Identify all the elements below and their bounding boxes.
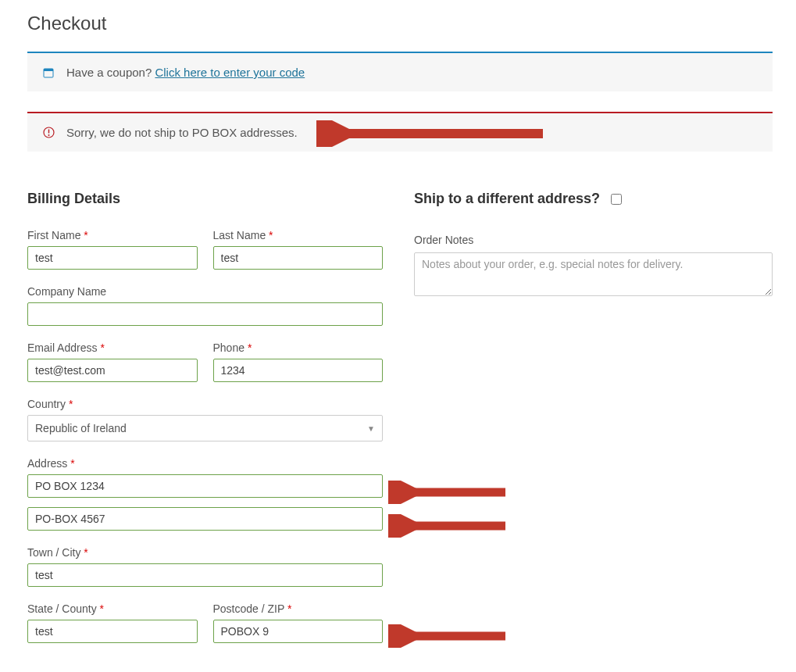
error-message: Sorry, we do not ship to PO BOX addresse… [66, 126, 298, 139]
address-line2-input[interactable] [27, 507, 383, 531]
ship-different-checkbox[interactable] [611, 194, 622, 205]
calendar-icon [43, 67, 55, 78]
error-notice: Sorry, we do not ship to PO BOX addresse… [27, 112, 773, 152]
phone-input[interactable] [213, 359, 384, 382]
svg-rect-1 [44, 69, 53, 71]
postcode-input[interactable] [213, 620, 384, 643]
coupon-notice: Have a coupon? Click here to enter your … [27, 52, 773, 91]
coupon-link[interactable]: Click here to enter your code [155, 66, 305, 79]
billing-heading: Billing Details [27, 191, 383, 207]
address-line1-input[interactable] [27, 474, 383, 498]
svg-point-4 [48, 134, 50, 136]
ship-different-heading: Ship to a different address? [414, 191, 600, 207]
phone-label: Phone * [213, 341, 384, 354]
state-input[interactable] [27, 620, 198, 643]
page-title: Checkout [27, 13, 773, 34]
coupon-prompt: Have a coupon? [66, 66, 155, 79]
error-icon [43, 127, 55, 138]
chevron-down-icon: ▼ [367, 424, 375, 433]
postcode-label: Postcode / ZIP * [213, 602, 384, 615]
country-select[interactable]: Republic of Ireland ▼ [27, 415, 383, 441]
city-label: Town / City * [27, 546, 383, 559]
last-name-input[interactable] [213, 246, 384, 270]
annotation-arrow-icon [316, 120, 551, 147]
coupon-notice-text: Have a coupon? Click here to enter your … [66, 66, 305, 79]
city-input[interactable] [27, 563, 383, 587]
country-label: Country * [27, 398, 383, 410]
state-label: State / County * [27, 602, 198, 615]
order-notes-textarea[interactable] [414, 252, 773, 296]
first-name-input[interactable] [27, 246, 198, 270]
email-input[interactable] [27, 359, 198, 382]
order-notes-label: Order Notes [414, 234, 773, 246]
last-name-label: Last Name * [213, 229, 384, 241]
company-input[interactable] [27, 302, 383, 326]
country-selected-value: Republic of Ireland [35, 422, 127, 434]
company-label: Company Name [27, 285, 383, 298]
first-name-label: First Name * [27, 229, 198, 241]
email-label: Email Address * [27, 341, 198, 354]
address-label: Address * [27, 457, 383, 470]
